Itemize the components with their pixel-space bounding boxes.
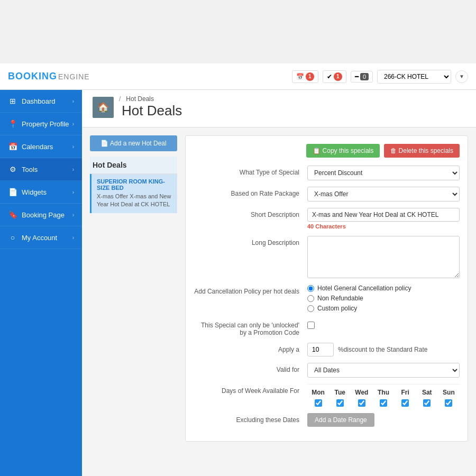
day-thu-label: Thu — [378, 389, 389, 396]
day-tue-checkbox[interactable] — [336, 399, 344, 407]
day-fri: Fri — [395, 389, 416, 407]
day-sun-label: Sun — [443, 389, 455, 396]
sidebar-label-account: My Account — [22, 234, 57, 242]
logo-engine: ENGINE — [58, 72, 90, 81]
days-label: Days of Week Available For — [194, 384, 299, 395]
sidebar-item-property-profile[interactable]: 📍 Property Profile › — [0, 113, 82, 135]
deals-section-title: Hot Deals — [90, 157, 177, 174]
excluding-label: Excluding these Dates — [194, 413, 299, 424]
radio-custom-policy-label: Custom policy — [317, 305, 357, 312]
page-header: 🏠 / Hot Deals Hot Deals — [82, 90, 476, 127]
calendar-badge: 1 — [306, 72, 314, 81]
day-sun: Sun — [438, 389, 460, 407]
day-mon-label: Mon — [312, 389, 325, 396]
content-panel: 📄 Add a new Hot Deal Hot Deals SUPERIOR … — [82, 127, 476, 450]
long-desc-row: Long Description — [194, 236, 460, 278]
day-wed-checkbox[interactable] — [358, 399, 365, 407]
day-sun-checkbox[interactable] — [445, 399, 452, 407]
chevron-right-icon: › — [72, 144, 74, 150]
type-select[interactable]: Percent Discount — [307, 166, 460, 180]
valid-for-label: Valid for — [194, 363, 299, 373]
messages-notification[interactable]: ━ 0 — [351, 71, 373, 83]
home-button[interactable]: 🏠 — [93, 97, 114, 118]
booking-icon: 🔖 — [8, 210, 17, 219]
add-date-range-button[interactable]: Add a Date Range — [307, 413, 374, 427]
radio-non-refundable: Non Refundable — [307, 295, 460, 302]
discount-suffix: %discount to the Standard Rate — [338, 346, 427, 353]
widgets-icon: 📄 — [8, 187, 17, 197]
dropdown-arrow-button[interactable]: ▼ — [455, 70, 468, 83]
chevron-right-icon: › — [72, 167, 74, 172]
day-tue-label: Tue — [334, 389, 345, 396]
location-icon: 📍 — [8, 119, 17, 129]
right-panel: 📋 Copy this specials 🗑 Delete this speci… — [185, 135, 468, 442]
discount-input[interactable] — [307, 343, 334, 356]
sidebar-label-booking: Booking Page — [22, 211, 65, 219]
header-icons: 📅 1 ✔ 1 ━ 0 266-CK HOTEL ▼ — [292, 70, 468, 84]
day-fri-checkbox[interactable] — [401, 399, 409, 407]
long-desc-textarea[interactable] — [307, 236, 460, 278]
alerts-notification[interactable]: ✔ 1 — [323, 70, 346, 83]
main-layout: ⊞ Dashboard › 📍 Property Profile › 📅 Cal… — [0, 90, 476, 476]
radio-hotel-general-input[interactable] — [307, 285, 314, 292]
alerts-badge: 1 — [334, 72, 342, 81]
radio-hotel-general: Hotel General Cancellation policy — [307, 285, 460, 292]
day-wed-label: Wed — [355, 389, 368, 396]
discount-row: Apply a %discount to the Standard Rate — [194, 343, 460, 356]
app-header: BOOKING ENGINE 📅 1 ✔ 1 ━ 0 266-CK HOTEL — [0, 63, 476, 90]
sidebar-item-dashboard[interactable]: ⊞ Dashboard › — [0, 90, 82, 113]
sidebar-item-tools[interactable]: ⚙ Tools › — [0, 158, 82, 181]
short-desc-input[interactable] — [307, 208, 460, 222]
day-wed: Wed — [351, 389, 372, 407]
valid-for-row: Valid for All Dates — [194, 363, 460, 378]
short-desc-row: Short Description 40 Characters — [194, 208, 460, 230]
calendar-notification[interactable]: 📅 1 — [292, 70, 318, 83]
sidebar-item-my-account[interactable]: ○ My Account › — [0, 226, 82, 249]
radio-custom-policy-input[interactable] — [307, 305, 314, 312]
chevron-right-icon: › — [72, 121, 74, 127]
deal-item-title: SUPERIOR ROOM KING-SIZE BED — [97, 178, 172, 191]
radio-non-refundable-label: Non Refundable — [317, 295, 363, 302]
valid-for-select[interactable]: All Dates — [307, 363, 460, 378]
calendar-icon: 📅 — [8, 142, 17, 151]
chevron-right-icon: › — [72, 235, 74, 241]
chevron-right-icon: › — [72, 98, 74, 104]
hotel-selector[interactable]: 266-CK HOTEL — [377, 70, 451, 84]
cancellation-options: Hotel General Cancellation policy Non Re… — [307, 285, 460, 312]
sidebar: ⊞ Dashboard › 📍 Property Profile › 📅 Cal… — [0, 90, 82, 476]
short-desc-label: Short Description — [194, 208, 299, 218]
sidebar-label-tools: Tools — [22, 166, 38, 173]
sidebar-item-booking-page[interactable]: 🔖 Booking Page › — [0, 204, 82, 226]
deal-list-item[interactable]: SUPERIOR ROOM KING-SIZE BED X-mas Offer … — [90, 174, 177, 213]
type-of-special-row: What Type of Special Percent Discount — [194, 166, 460, 180]
chevron-right-icon: › — [72, 189, 74, 195]
logo-booking: BOOKING — [8, 71, 57, 82]
tools-icon: ⚙ — [8, 164, 17, 174]
cancellation-row: Add Cancellation Policy per hot deals Ho… — [194, 285, 460, 312]
sidebar-item-calendars[interactable]: 📅 Calendars › — [0, 135, 82, 158]
sidebar-label-widgets: Widgets — [22, 188, 47, 196]
sidebar-label-calendars: Calendars — [22, 143, 53, 151]
days-row: Days of Week Available For Mon Tue — [194, 384, 460, 407]
type-label: What Type of Special — [194, 166, 299, 176]
sidebar-label-property: Property Profile — [22, 120, 69, 128]
day-mon-checkbox[interactable] — [315, 399, 322, 407]
breadcrumb-current: Hot Deals — [126, 95, 154, 103]
rate-select[interactable]: X-mas Offer — [307, 187, 460, 202]
discount-control: %discount to the Standard Rate — [307, 343, 460, 356]
content-area: 🏠 / Hot Deals Hot Deals 📄 Add a new Hot … — [82, 90, 476, 476]
promo-checkbox[interactable] — [307, 322, 315, 329]
day-thu-checkbox[interactable] — [380, 399, 387, 407]
sidebar-label-dashboard: Dashboard — [22, 97, 56, 105]
promo-code-row: This Special can only be 'unlocked' by a… — [194, 318, 460, 336]
radio-non-refundable-input[interactable] — [307, 295, 314, 302]
day-sat-checkbox[interactable] — [423, 399, 431, 407]
long-desc-label: Long Description — [194, 236, 299, 246]
copy-specials-button[interactable]: 📋 Copy this specials — [306, 144, 380, 158]
delete-specials-button[interactable]: 🗑 Delete this specials — [384, 144, 460, 158]
sidebar-item-widgets[interactable]: 📄 Widgets › — [0, 181, 82, 204]
add-hot-deal-button[interactable]: 📄 Add a new Hot Deal — [90, 135, 177, 151]
action-buttons: 📋 Copy this specials 🗑 Delete this speci… — [194, 144, 460, 158]
excluding-dates-row: Excluding these Dates Add a Date Range — [194, 413, 460, 427]
days-of-week: Mon Tue Wed — [307, 384, 460, 407]
